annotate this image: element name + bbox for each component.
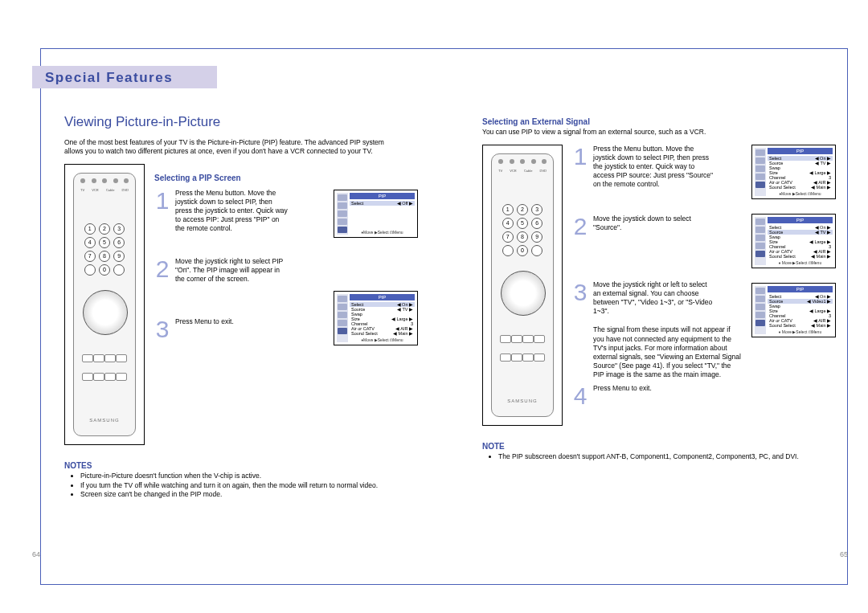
steps-column: Selecting a PIP Screen 1 Press the Menu … <box>154 164 324 445</box>
step-text: Press the Menu button. Move the joystick… <box>175 189 288 233</box>
osd-screenshot-1: PIP Select◀ On ▶ Source◀ TV ▶ Swap Size◀… <box>751 145 836 199</box>
step-1: 1 Press the Menu button. Move the joysti… <box>572 145 742 189</box>
remote-btn-row-2 <box>500 353 545 362</box>
notes-list: Picture-in-Picture doesn't function when… <box>64 472 418 499</box>
step-number: 2 <box>572 215 588 239</box>
page-title: Viewing Picture-in-Picture <box>64 114 418 130</box>
after-steps-note: The signal from these inputs will not ap… <box>593 325 742 378</box>
step-number: 4 <box>572 384 588 408</box>
remote-numpad: 123 456 789 0 <box>84 223 125 276</box>
note-item: Picture-in-Picture doesn't function when… <box>80 472 418 480</box>
sub-title: Selecting an External Signal <box>482 117 836 126</box>
intro-paragraph: You can use PIP to view a signal from an… <box>482 128 772 137</box>
sub-title: Selecting a PIP Screen <box>154 174 324 182</box>
step-4: 4 Press Menu to exit. <box>572 384 742 408</box>
notes-list: The PIP subscreen doesn't support ANT-B,… <box>482 452 836 461</box>
left-page: Viewing Picture-in-Picture One of the mo… <box>0 96 450 573</box>
step-number: 1 <box>572 145 588 189</box>
osd-screenshot-2: PIP Select◀ On ▶ Source◀ TV ▶ Swap Size◀… <box>334 291 418 345</box>
page-body: Viewing Picture-in-Picture One of the mo… <box>0 96 868 573</box>
remote-numpad: 123 456 789 0 <box>502 204 543 256</box>
intro-paragraph: One of the most best features of your TV… <box>64 138 402 156</box>
remote-mode-labels: TVVCRCableDVD <box>498 169 547 173</box>
step-number: 1 <box>154 189 170 233</box>
step-1: 1 Press the Menu button. Move the joysti… <box>154 189 324 233</box>
remote-jog-dial <box>501 271 546 316</box>
note-heading: NOTE <box>482 442 836 451</box>
remote-btn-row-1 <box>82 354 127 362</box>
osd-screenshot-1: PIP Select◀ Off ▶ ♦Move ▶Select ⊡Menu <box>334 190 418 238</box>
step-text: Press Menu to exit. <box>175 317 288 341</box>
remote-btn-row-1 <box>500 335 545 343</box>
step-3: 3 Move the joystick right or left to sel… <box>572 280 742 316</box>
note-item: Screen size can't be changed in the PIP … <box>80 490 418 499</box>
remote-illustration: TVVCRCableDVD 123 456 789 0 SAMSUNG <box>64 164 145 445</box>
note-item: The PIP subscreen doesn't support ANT-B,… <box>498 452 836 461</box>
step-text: Press the Menu button. Move the joystick… <box>593 145 714 189</box>
step-number: 2 <box>154 257 170 284</box>
notes-heading: NOTES <box>64 461 418 470</box>
step-text: Move the joystick right to select PIP "O… <box>175 257 288 284</box>
osd-column: PIP Select◀ Off ▶ ♦Move ▶Select ⊡Menu PI… <box>334 164 418 445</box>
section-title: Special Features <box>45 70 173 86</box>
step-text: Move the joystick down to select "Source… <box>593 215 714 239</box>
remote-body: TVVCRCableDVD 123 456 789 0 SAMSUNG <box>491 153 554 417</box>
step-text: Press Menu to exit. <box>593 384 714 408</box>
remote-body: TVVCRCableDVD 123 456 789 0 SAMSUNG <box>73 173 136 436</box>
step-2: 2 Move the joystick down to select "Sour… <box>572 215 742 239</box>
note-item: If you turn the TV off while watching an… <box>80 481 418 490</box>
osd-column: PIP Select◀ On ▶ Source◀ TV ▶ Swap Size◀… <box>751 145 836 426</box>
steps-column: 1 Press the Menu button. Move the joysti… <box>572 145 742 426</box>
remote-btn-row-2 <box>82 373 127 381</box>
right-page: Selecting an External Signal You can use… <box>450 96 868 573</box>
remote-brand: SAMSUNG <box>492 398 553 403</box>
step-3: 3 Press Menu to exit. <box>154 317 324 341</box>
content-row: TVVCRCableDVD 123 456 789 0 SAMSUNG S <box>64 164 418 445</box>
remote-illustration: TVVCRCableDVD 123 456 789 0 SAMSUNG <box>482 145 563 426</box>
step-2: 2 Move the joystick right to select PIP … <box>154 257 324 284</box>
remote-jog-dial <box>83 290 128 335</box>
content-row: TVVCRCableDVD 123 456 789 0 SAMSUNG <box>482 145 836 426</box>
step-text: Move the joystick right or left to selec… <box>593 280 714 316</box>
step-number: 3 <box>572 280 588 316</box>
osd-screenshot-2: PIP Select◀ On ▶ Source◀ TV ▶ Swap Size◀… <box>751 214 836 268</box>
osd-screenshot-3: PIP Select◀ On ▶ Source◀ Video1 ▶ Swap S… <box>751 283 836 337</box>
remote-brand: SAMSUNG <box>74 418 135 423</box>
remote-mode-labels: TVVCRCableDVD <box>80 188 129 192</box>
step-number: 3 <box>154 317 170 341</box>
